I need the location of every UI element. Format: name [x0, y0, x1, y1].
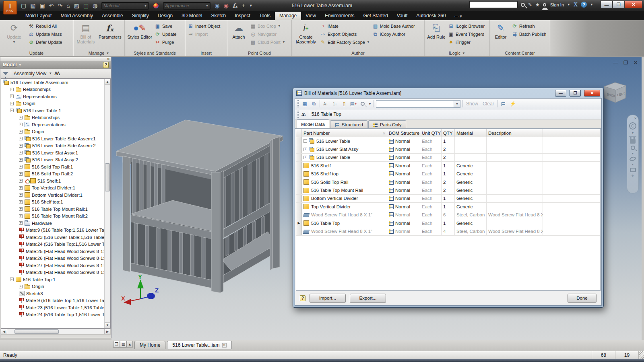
chevron-down-icon[interactable]: ▼ [632, 132, 634, 134]
expander-icon[interactable]: + [19, 123, 23, 126]
add-rule-button[interactable]: ⎗ Add Rule [427, 22, 446, 39]
cell-bom-structure[interactable]: Normal [387, 170, 420, 178]
tree-item[interactable]: + 516 Lower Table Side Assem:2 [1, 142, 110, 150]
cell-qty[interactable]: 2 [442, 145, 455, 153]
undo-icon[interactable]: ↶ [49, 1, 54, 10]
styles-editor-button[interactable]: ●✎ Styles Editor [127, 22, 152, 39]
tree-item[interactable]: Mate:24 (516 Table Top:1,516 Lower T [1, 311, 110, 319]
zoom-icon[interactable] [631, 146, 635, 150]
cell-bom-structure[interactable]: Normal [387, 227, 420, 235]
cell-part-number[interactable]: 516 Table Top [302, 219, 387, 227]
cell-description[interactable] [487, 203, 543, 210]
tree-item[interactable]: + Origin [1, 283, 110, 290]
batch-publish-button[interactable]: ⇶Batch Publish [512, 31, 546, 37]
doc-close-button[interactable]: ✕ [634, 60, 638, 66]
expander-icon[interactable]: + [19, 165, 23, 169]
sign-in-caret-icon[interactable]: ▼ [567, 3, 570, 6]
cell-part-number[interactable]: - 516 Lower Table [302, 137, 387, 145]
search-icon[interactable] [521, 3, 525, 7]
cell-part-number[interactable]: Bottom Vertical Divider [302, 195, 387, 202]
cell-qty[interactable]: 1 [442, 162, 455, 169]
browser-help-icon[interactable]: ? [103, 62, 109, 68]
table-row[interactable]: Top Vertical Divider Normal Each 1 Gener… [296, 203, 600, 211]
tree-item[interactable]: Mate:25 (Flat Head Wood Screws 8-1: [1, 248, 110, 255]
styles-update-button[interactable]: ⟳Update [155, 31, 176, 37]
expander-icon[interactable]: + [19, 172, 23, 176]
cell-description[interactable] [487, 178, 543, 186]
defer-update-button[interactable]: ⊘Defer Update [28, 39, 62, 45]
row-selector[interactable] [296, 137, 302, 145]
qat-customize-icon[interactable]: ▼ [249, 1, 253, 10]
table-3d-model[interactable] [112, 111, 285, 296]
cell-qty[interactable]: 2 [442, 186, 455, 194]
cell-material[interactable]: Generic [455, 178, 487, 186]
table-row[interactable]: 516 Shelf top Normal Each 1 Generic [296, 170, 600, 178]
save-icon[interactable]: ▣ [39, 1, 45, 10]
expander-icon[interactable]: + [19, 130, 23, 134]
row-selector[interactable] [296, 186, 302, 194]
expand-up-icon[interactable]: ▲ [127, 341, 133, 348]
formula-icon[interactable] [301, 111, 306, 117]
bom-tab[interactable]: Model Data [297, 119, 329, 128]
expander-icon[interactable]: - [10, 278, 14, 281]
tree-item[interactable]: Mate:9 (516 Table Top:1,516 Lower Ta [1, 297, 110, 304]
cell-description[interactable] [487, 137, 543, 145]
table-row[interactable]: Wood Screw Flat Head 8 X 1" Normal Each … [296, 227, 600, 235]
done-button[interactable]: Done [568, 294, 597, 303]
cell-bom-structure[interactable]: Normal [387, 154, 420, 161]
cell-description[interactable] [487, 219, 543, 227]
row-selector[interactable] [296, 154, 302, 161]
expander-icon[interactable]: + [19, 116, 23, 119]
add-row-icon[interactable]: ▤+ [350, 100, 357, 107]
open-file-icon[interactable]: ▧ [30, 1, 35, 10]
tree-item[interactable]: + 516 Shelf top:1 [1, 199, 110, 206]
doc-restore-button[interactable]: ❐ [623, 60, 628, 66]
expander-icon[interactable]: + [19, 285, 23, 288]
cell-description[interactable] [487, 162, 543, 169]
measure-plus-icon[interactable]: + [242, 1, 245, 10]
tree-item[interactable]: + 516 Solid Top Rail:2 [1, 171, 110, 178]
exchange-apps-icon[interactable]: X [574, 2, 578, 8]
tree-item[interactable]: Mate:24 (516 Table Top:1,516 Lower T [1, 241, 110, 248]
row-selector[interactable] [296, 211, 302, 219]
chevron-down-icon[interactable]: ▼ [632, 152, 634, 155]
expander-icon[interactable]: + [19, 158, 23, 162]
cell-material[interactable]: Steel, Carbon [455, 227, 487, 235]
favorites-star-icon[interactable]: ★ [535, 2, 540, 8]
cell-description[interactable] [487, 170, 543, 178]
expander-icon[interactable]: + [19, 221, 23, 225]
new-file-icon[interactable]: ▢ [21, 1, 26, 10]
bom-tab[interactable]: Parts Only [368, 120, 406, 128]
update-mass-button[interactable]: ⚖Update Mass [28, 31, 62, 37]
material-combobox[interactable]: ▼ [101, 2, 149, 10]
cell-bom-structure[interactable]: Normal [387, 211, 420, 219]
row-selector[interactable] [296, 170, 302, 178]
cell-part-number[interactable]: 516 Solid Top Rail [302, 178, 387, 186]
group-label-ilogic[interactable]: iLogic▼ [425, 50, 489, 56]
ribbon-tab[interactable]: Vault [392, 12, 412, 20]
clear-appearance-icon[interactable]: ◉ [224, 1, 229, 10]
tree-item[interactable]: - 516 Lower Table:1 [1, 107, 110, 114]
cell-qty[interactable]: 6 [442, 211, 455, 219]
cell-unit-qty[interactable]: Each [420, 178, 442, 186]
expander-icon[interactable]: + [10, 95, 14, 98]
tile-windows-icon[interactable]: ▦ [120, 341, 127, 348]
close-button[interactable]: ✕ [625, 1, 642, 8]
cell-description[interactable]: Wood Screw Flat Head 8 X 1" [487, 227, 543, 235]
help-icon[interactable]: ? [581, 2, 587, 8]
cloud-point-button[interactable]: ▩Cloud Point▼ [250, 39, 285, 45]
expander-icon[interactable]: + [10, 102, 14, 105]
orbit-icon[interactable] [629, 156, 636, 162]
cell-qty[interactable]: 2 [442, 178, 455, 186]
column-header-part-number[interactable]: Part Number△ [302, 129, 387, 137]
ribbon-tab[interactable]: Mold Assembly [56, 12, 97, 20]
column-header-material[interactable]: Material [455, 129, 487, 137]
cell-material[interactable]: Generic [455, 170, 487, 178]
help-caret-icon[interactable]: ▼ [590, 3, 593, 6]
cell-part-number[interactable]: 516 Shelf [302, 162, 387, 169]
row-selector[interactable] [296, 219, 302, 227]
cascade-windows-icon[interactable]: ❐ [113, 341, 120, 348]
appearance-combobox[interactable]: ▼ [163, 2, 211, 10]
structure-view-icon[interactable] [500, 100, 507, 107]
tree-item[interactable]: Sketch3 [1, 290, 110, 297]
